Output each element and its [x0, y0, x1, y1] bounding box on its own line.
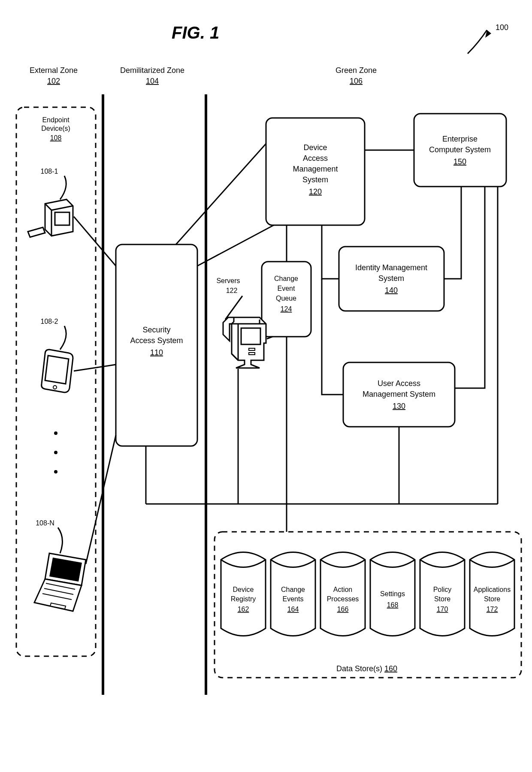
- svg-text:Computer System: Computer System: [429, 145, 491, 154]
- svg-text:Policy: Policy: [433, 586, 452, 593]
- svg-text:Device: Device: [303, 143, 327, 152]
- svg-text:Settings: Settings: [380, 590, 405, 597]
- svg-text:Event: Event: [278, 285, 295, 292]
- svg-text:172: 172: [487, 606, 498, 613]
- svg-text:System: System: [378, 274, 404, 283]
- zone-green-label: Green Zone: [336, 66, 377, 75]
- svg-line-9: [86, 435, 116, 564]
- cylinder-settings: Settings 168: [370, 552, 415, 636]
- architecture-diagram: FIG. 1 100 External Zone 102 Demilitariz…: [0, 0, 532, 772]
- cylinder-applications-store: Applications Store 172: [470, 552, 514, 636]
- svg-text:Queue: Queue: [276, 295, 296, 302]
- svg-text:Access: Access: [303, 154, 328, 163]
- ims-num: 140: [385, 286, 398, 295]
- cylinder-action-processes: Action Processes 166: [320, 552, 365, 636]
- sas-num: 110: [150, 348, 163, 357]
- cylinder-policy-store: Policy Store 170: [420, 552, 465, 636]
- svg-text:User Access: User Access: [378, 379, 420, 388]
- figure-ref: 100: [496, 23, 508, 32]
- endpoint-device-1: 108-1: [28, 168, 73, 237]
- svg-line-8: [74, 365, 116, 371]
- sas-l2: Access System: [130, 336, 183, 345]
- svg-text:Action: Action: [333, 586, 352, 593]
- uams-num: 130: [393, 402, 405, 410]
- phone-icon: [42, 350, 73, 392]
- endpoint-group-label2: Device(s): [41, 125, 70, 132]
- servers-label: Servers: [216, 277, 240, 284]
- svg-line-30: [225, 296, 242, 320]
- svg-text:108-2: 108-2: [41, 318, 58, 325]
- svg-point-4: [54, 451, 57, 454]
- svg-text:108-1: 108-1: [41, 168, 58, 175]
- cylinder-device-registry: Device Registry 162: [221, 552, 266, 636]
- endpoint-device-2: 108-2: [41, 318, 73, 392]
- figure-title: FIG. 1: [172, 23, 219, 42]
- svg-text:Store: Store: [484, 595, 500, 603]
- endpoint-device-n: 108-N: [34, 519, 86, 611]
- laptop-icon: [34, 553, 86, 611]
- svg-text:Enterprise: Enterprise: [442, 135, 478, 143]
- svg-line-28: [176, 144, 266, 244]
- svg-text:Events: Events: [283, 595, 304, 603]
- svg-text:162: 162: [238, 606, 249, 613]
- svg-text:Applications: Applications: [474, 586, 511, 593]
- servers-num: 122: [226, 287, 238, 294]
- svg-text:Management System: Management System: [363, 390, 435, 398]
- svg-point-5: [54, 470, 57, 473]
- endpoint-group-label1: Endpoint: [42, 116, 70, 124]
- cylinder-change-events: Change Events 164: [271, 552, 315, 636]
- svg-text:Processes: Processes: [327, 595, 359, 603]
- svg-text:Store: Store: [434, 595, 450, 603]
- dots-icon: [54, 431, 57, 435]
- sas-l1: Security: [142, 326, 170, 334]
- svg-text:Change: Change: [281, 586, 305, 593]
- svg-text:164: 164: [287, 606, 299, 613]
- zone-external-num: 102: [47, 77, 60, 85]
- figure-ref-arrow: 100: [468, 23, 508, 54]
- security-access-system-box: [116, 244, 197, 446]
- zone-external-label: External Zone: [30, 66, 78, 75]
- endpoint-group-num: 108: [50, 134, 62, 142]
- svg-text:Management: Management: [293, 165, 338, 173]
- svg-text:Identity Management: Identity Management: [355, 263, 427, 272]
- svg-rect-1: [55, 212, 70, 225]
- ds-label: Data Store(s) 160: [336, 664, 397, 673]
- ceq-num: 124: [281, 305, 292, 313]
- zone-dmz-label: Demilitarized Zone: [120, 66, 184, 75]
- servers-icon: [223, 317, 266, 368]
- ecs-num: 150: [453, 157, 466, 166]
- svg-text:166: 166: [337, 606, 349, 613]
- svg-text:System: System: [302, 175, 328, 184]
- zone-green-num: 106: [350, 77, 363, 85]
- svg-text:Registry: Registry: [231, 595, 256, 603]
- desktop-icon: [28, 199, 73, 237]
- svg-text:170: 170: [437, 606, 448, 613]
- svg-line-29: [197, 225, 274, 266]
- svg-text:108-N: 108-N: [36, 519, 54, 527]
- svg-text:Device: Device: [233, 586, 254, 593]
- zone-dmz-num: 104: [146, 77, 159, 85]
- svg-text:168: 168: [387, 601, 399, 609]
- svg-rect-23: [241, 328, 260, 344]
- dams-num: 120: [309, 187, 322, 196]
- svg-text:Change: Change: [274, 275, 298, 282]
- svg-line-7: [74, 217, 116, 266]
